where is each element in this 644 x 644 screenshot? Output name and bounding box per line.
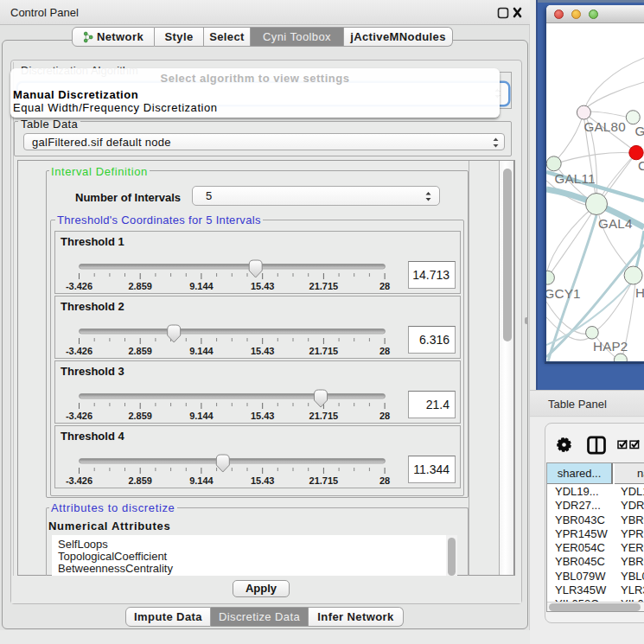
svg-text:21.715: 21.715 [309, 411, 339, 421]
svg-text:21.715: 21.715 [309, 346, 339, 356]
svg-text:28: 28 [379, 411, 390, 421]
svg-text:GCY1: GCY1 [546, 286, 581, 301]
svg-text:GAL80: GAL80 [584, 119, 626, 134]
svg-text:-3.426: -3.426 [66, 475, 92, 486]
svg-text:2.859: 2.859 [128, 411, 152, 421]
svg-text:15.43: 15.43 [251, 475, 275, 486]
svg-text:9.144: 9.144 [189, 475, 214, 486]
svg-text:21.715: 21.715 [309, 475, 339, 486]
svg-text:GAL4: GAL4 [598, 216, 633, 231]
svg-text:2.859: 2.859 [128, 281, 152, 291]
svg-text:28: 28 [379, 346, 390, 356]
svg-text:28: 28 [379, 281, 390, 291]
svg-text:28: 28 [379, 475, 390, 486]
svg-text:-3.426: -3.426 [66, 281, 92, 291]
svg-text:15.43: 15.43 [251, 281, 275, 291]
svg-text:H: H [635, 285, 644, 300]
svg-text:GAL11: GAL11 [555, 171, 596, 186]
svg-text:C: C [638, 158, 644, 173]
svg-text:9.144: 9.144 [189, 281, 214, 291]
svg-text:-3.426: -3.426 [66, 411, 92, 421]
svg-text:15.43: 15.43 [251, 411, 275, 421]
svg-text:GA: GA [635, 124, 644, 138]
svg-text:-3.426: -3.426 [66, 346, 92, 356]
svg-text:9.144: 9.144 [189, 346, 214, 356]
svg-text:2.859: 2.859 [128, 346, 152, 356]
svg-text:2.859: 2.859 [128, 475, 152, 486]
svg-text:HAP2: HAP2 [593, 339, 628, 354]
svg-text:15.43: 15.43 [251, 346, 275, 356]
svg-text:21.715: 21.715 [309, 281, 339, 291]
svg-text:9.144: 9.144 [189, 411, 214, 421]
